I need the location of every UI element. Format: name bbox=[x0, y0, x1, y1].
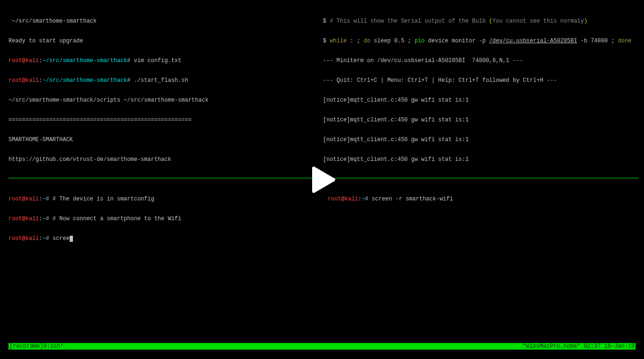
cursor-icon bbox=[70, 236, 73, 242]
vertical-divider-bottom bbox=[323, 183, 328, 345]
cmd-vim: vim config.txt bbox=[130, 57, 181, 64]
divider-line: ========================================… bbox=[8, 117, 192, 123]
pane-top-left[interactable]: ~/src/smarthome-smarthack Ready to start… bbox=[8, 5, 319, 176]
miniterm-header: --- Miniterm on /dev/cu.usbserial-A50285… bbox=[323, 57, 523, 64]
banner-title: SMARTHOME-SMARTHACK bbox=[8, 136, 73, 143]
bl-cmd1: # The device is in smartconfig bbox=[49, 196, 154, 202]
scripts-path: ~/src/smarthome-smarthack/scripts ~/src/… bbox=[8, 97, 209, 104]
ready-line: Ready to start upgrade bbox=[8, 38, 83, 44]
status-right: "WimsMacPro.home" 02:37 16-Jan-19 bbox=[523, 343, 635, 350]
tmux-status-bar: [recordme]0:ssh* "WimsMacPro.home" 02:37… bbox=[8, 343, 636, 350]
while-keyword: while bbox=[330, 38, 346, 44]
risk-warning: USE AT YOUR OWN RISK!!! bbox=[8, 176, 87, 176]
svg-marker-1 bbox=[314, 168, 334, 191]
br-cmd: screen -r smarthack-wifi bbox=[368, 196, 453, 202]
pio-cmd: pio bbox=[414, 38, 425, 44]
mqtt-notice: [notice]mqtt_client.c:450 gw wifi stat i… bbox=[323, 97, 469, 104]
do-keyword: do bbox=[363, 38, 370, 44]
cwd-line: ~/src/smarthome-smarthack bbox=[8, 18, 97, 24]
miniterm-help: --- Quit: Ctrl+C | Menu: Ctrl+T | Help: … bbox=[323, 77, 557, 84]
bl-cmd3: scree bbox=[49, 235, 69, 242]
pane-bottom-right[interactable]: root@kali:~# screen -r smarthack-wifi bbox=[328, 183, 638, 343]
status-left: [recordme]0:ssh* bbox=[9, 343, 64, 350]
serial-device: /dev/cu.usbserial-A50285BI bbox=[489, 38, 577, 44]
pane-top-right[interactable]: $ # This will show the Serial output of … bbox=[323, 5, 638, 176]
pane-bottom-left[interactable]: root@kali:~# # The device is in smartcon… bbox=[8, 183, 319, 343]
cmd-flash: ./start_flash.sh bbox=[130, 77, 188, 84]
banner-url: https://github.com/vtrust-de/smarthome-s… bbox=[8, 156, 171, 163]
serial-comment: # This will show the Serial output of th… bbox=[326, 18, 489, 24]
play-icon bbox=[306, 163, 338, 196]
bl-cmd2: # Now connect a smartphone to the Wifi bbox=[49, 215, 181, 222]
done-keyword: done bbox=[618, 38, 632, 44]
play-button[interactable] bbox=[306, 163, 338, 196]
prompt-user: root@kali bbox=[8, 57, 39, 64]
